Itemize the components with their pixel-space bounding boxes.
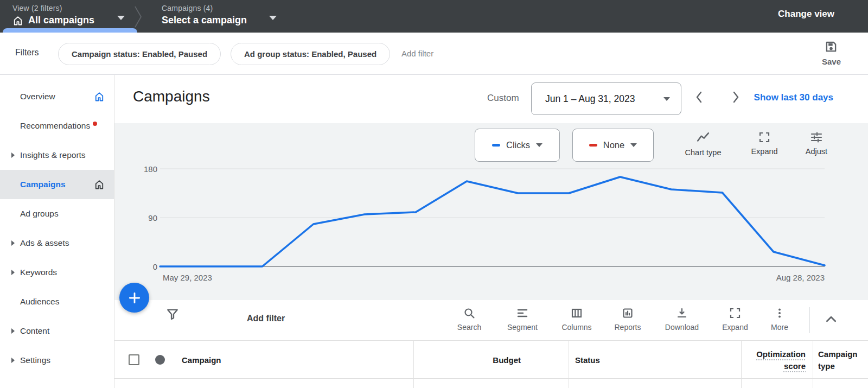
sidebar-item-campaigns[interactable]: Campaigns bbox=[0, 170, 114, 199]
sidebar-item-recommendations[interactable]: Recommendations bbox=[0, 111, 114, 141]
column-header-status[interactable]: Status bbox=[575, 355, 600, 365]
sidebar-navigation: Overview Recommendations Insights & repo… bbox=[0, 75, 114, 388]
x-axis-end-label: Aug 28, 2023 bbox=[776, 273, 825, 282]
expand-icon bbox=[758, 131, 771, 144]
google-ads-app: View (2 filters) All campaigns Campaigns… bbox=[0, 0, 868, 388]
secondary-metric-dropdown[interactable]: None bbox=[572, 129, 654, 162]
previous-period-button[interactable] bbox=[694, 90, 705, 104]
sidebar-item-audiences[interactable]: Audiences bbox=[0, 287, 114, 316]
columns-button[interactable]: Columns bbox=[556, 307, 597, 332]
y-tick-180: 180 bbox=[144, 164, 157, 174]
primary-metric-value: Clicks bbox=[506, 140, 530, 150]
sidebar-item-keywords[interactable]: Keywords bbox=[0, 258, 114, 287]
chevron-right-icon bbox=[11, 152, 15, 158]
reports-icon bbox=[621, 307, 634, 320]
chevron-down-icon bbox=[663, 97, 670, 101]
main-content: Campaigns Custom Jun 1 – Aug 31, 2023 Sh… bbox=[114, 75, 868, 388]
expand-chart-button[interactable]: Expand bbox=[743, 131, 786, 156]
sidebar-item-insights-reports[interactable]: Insights & reports bbox=[0, 141, 114, 170]
sidebar-item-ads-assets[interactable]: Ads & assets bbox=[0, 228, 114, 258]
add-filter-link[interactable]: Add filter bbox=[401, 49, 433, 58]
column-header-campaign[interactable]: Campaign bbox=[182, 355, 221, 365]
segment-button[interactable]: Segment bbox=[502, 307, 543, 332]
clicks-series-line bbox=[160, 177, 825, 266]
primary-metric-dropdown[interactable]: Clicks bbox=[475, 129, 560, 162]
next-period-button[interactable] bbox=[730, 90, 741, 104]
performance-chart-panel: 180 90 0 May 29, 2023 Aug 28, 2023 Click… bbox=[114, 123, 868, 300]
reports-button[interactable]: Reports bbox=[607, 307, 648, 332]
status-circle-icon[interactable] bbox=[155, 355, 165, 365]
column-divider bbox=[413, 340, 414, 388]
table-toolbar: Add filter Search Segment Columns bbox=[114, 300, 868, 340]
campaign-selector[interactable]: Campaigns (4) Select a campaign bbox=[162, 4, 247, 26]
adjust-chart-button[interactable]: Adjust bbox=[795, 131, 838, 156]
chevron-down-icon bbox=[536, 143, 542, 147]
secondary-metric-value: None bbox=[603, 140, 624, 150]
campaign-selector-value: Select a campaign bbox=[162, 15, 247, 26]
home-icon bbox=[94, 91, 105, 102]
save-icon bbox=[824, 40, 838, 54]
column-header-campaign-type[interactable]: Campaign type bbox=[818, 348, 866, 372]
x-axis-start-label: May 29, 2023 bbox=[163, 273, 212, 282]
column-divider bbox=[569, 340, 569, 388]
home-icon bbox=[94, 179, 105, 190]
more-dots-icon bbox=[773, 307, 786, 320]
chevron-down-icon bbox=[630, 143, 637, 147]
column-header-optimization-score[interactable]: Optimization score bbox=[741, 348, 806, 372]
download-button[interactable]: Download bbox=[661, 307, 703, 332]
page-title: Campaigns bbox=[133, 88, 210, 105]
column-divider bbox=[813, 340, 813, 388]
sidebar-item-ad-groups[interactable]: Ad groups bbox=[0, 199, 114, 228]
filters-label: Filters bbox=[15, 48, 39, 58]
date-range-value: Jun 1 – Aug 31, 2023 bbox=[545, 93, 663, 105]
view-selector-label: View (2 filters) bbox=[12, 4, 94, 12]
show-last-30-days-link[interactable]: Show last 30 days bbox=[754, 92, 833, 103]
date-range-picker[interactable]: Jun 1 – Aug 31, 2023 bbox=[531, 82, 681, 115]
home-icon bbox=[12, 15, 23, 26]
toolbar-divider bbox=[809, 307, 810, 333]
filter-bar: Filters Campaign status: Enabled, Paused… bbox=[0, 33, 868, 75]
column-divider bbox=[741, 340, 742, 388]
filter-chip-campaign-status[interactable]: Campaign status: Enabled, Paused bbox=[58, 43, 221, 65]
breadcrumb-separator-icon bbox=[134, 5, 143, 28]
search-icon bbox=[463, 307, 476, 320]
column-header-budget[interactable]: Budget bbox=[413, 355, 521, 365]
view-selector-value: All campaigns bbox=[28, 15, 94, 26]
filter-chip-ad-group-status[interactable]: Ad group status: Enabled, Paused bbox=[231, 43, 390, 65]
expand-icon bbox=[729, 307, 742, 320]
chevron-right-icon bbox=[11, 270, 15, 275]
chevron-right-icon bbox=[11, 328, 15, 334]
collapse-chart-button[interactable] bbox=[824, 312, 838, 326]
chevron-right-icon bbox=[11, 240, 15, 246]
y-tick-90: 90 bbox=[148, 213, 157, 222]
active-tab-indicator bbox=[3, 28, 137, 33]
campaigns-table-header: Campaign Budget Status Optimization scor… bbox=[114, 340, 868, 379]
more-button[interactable]: More bbox=[759, 307, 800, 332]
sidebar-item-content[interactable]: Content bbox=[0, 316, 114, 346]
segment-icon bbox=[516, 307, 529, 320]
table-add-filter[interactable]: Add filter bbox=[247, 314, 285, 323]
chart-type-icon bbox=[696, 131, 710, 145]
columns-icon bbox=[570, 307, 583, 320]
change-view-button[interactable]: Change view bbox=[778, 9, 834, 20]
search-button[interactable]: Search bbox=[449, 307, 490, 332]
chevron-down-icon[interactable] bbox=[117, 16, 125, 20]
select-all-checkbox[interactable] bbox=[129, 354, 139, 365]
adjust-sliders-icon bbox=[810, 131, 823, 144]
filter-funnel-icon[interactable] bbox=[165, 307, 180, 321]
chart-type-button[interactable]: Chart type bbox=[679, 131, 727, 157]
date-mode-label: Custom bbox=[487, 93, 519, 104]
page-header: Campaigns Custom Jun 1 – Aug 31, 2023 Sh… bbox=[114, 75, 868, 123]
download-icon bbox=[675, 307, 688, 320]
sidebar-item-overview[interactable]: Overview bbox=[0, 82, 114, 111]
view-selector[interactable]: View (2 filters) All campaigns bbox=[12, 4, 94, 26]
chevron-down-icon[interactable] bbox=[269, 16, 277, 20]
expand-table-button[interactable]: Expand bbox=[714, 307, 756, 332]
sidebar-item-settings[interactable]: Settings bbox=[0, 346, 114, 375]
add-campaign-fab[interactable] bbox=[119, 283, 149, 313]
y-tick-0: 0 bbox=[153, 262, 157, 271]
campaign-selector-label: Campaigns (4) bbox=[162, 4, 247, 12]
save-button[interactable]: Save bbox=[822, 40, 841, 66]
notification-dot bbox=[93, 122, 97, 126]
save-label: Save bbox=[822, 57, 841, 66]
